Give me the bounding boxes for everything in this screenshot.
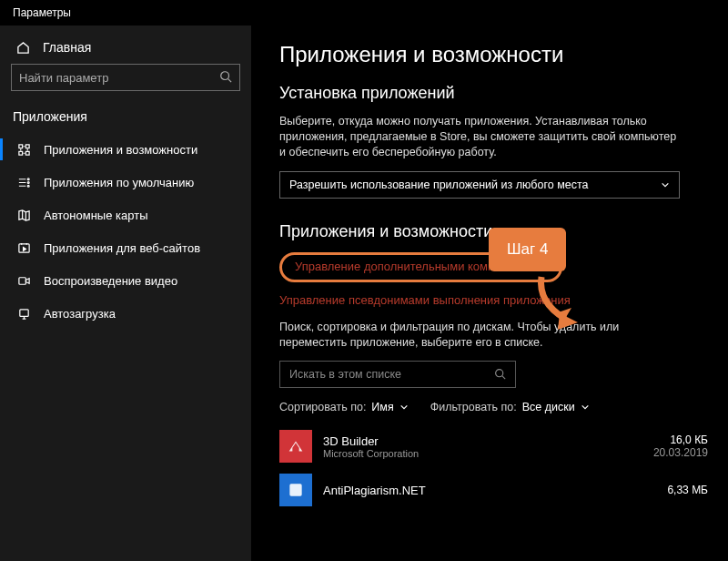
- websites-icon: [16, 240, 31, 255]
- home-icon: [16, 41, 30, 55]
- window-title: Параметры: [13, 6, 71, 19]
- svg-rect-10: [19, 309, 27, 316]
- chevron-down-icon: [581, 403, 590, 412]
- app-list-item[interactable]: AntiPlagiarism.NET 6,33 МБ: [279, 468, 708, 512]
- svg-rect-9: [18, 277, 25, 284]
- sidebar-item-offline-maps[interactable]: Автономные карты: [0, 199, 251, 231]
- app-name: 3D Builder: [323, 434, 642, 448]
- sidebar-item-apps-features[interactable]: Приложения и возможности: [0, 133, 251, 166]
- filter-label: Фильтровать по:: [430, 401, 517, 413]
- app-list-item[interactable]: 3D Builder Microsoft Corporation 16,0 КБ…: [279, 424, 708, 468]
- sort-filter-row: Сортировать по: Имя Фильтровать по: Все …: [279, 401, 708, 413]
- chevron-down-icon: [399, 403, 409, 412]
- sidebar-item-websites[interactable]: Приложения для веб-сайтов: [0, 231, 251, 264]
- app-icon: [279, 474, 312, 506]
- annotation-step-label: Шаг 4: [507, 240, 548, 258]
- search-input[interactable]: Найти параметр: [11, 64, 240, 91]
- svg-rect-2: [25, 144, 29, 148]
- search-icon: [494, 368, 506, 380]
- app-list-search[interactable]: Искать в этом списке: [279, 361, 516, 388]
- home-label: Главная: [43, 40, 91, 55]
- annotation-arrow-icon: [532, 275, 587, 330]
- sidebar: Главная Найти параметр Приложения: [0, 26, 252, 561]
- sidebar-item-label: Приложения и возможности: [44, 143, 197, 157]
- app-size: 6,33 МБ: [667, 484, 708, 496]
- app-size: 16,0 КБ: [653, 434, 708, 446]
- sort-value: Имя: [371, 401, 393, 413]
- video-icon: [16, 273, 31, 288]
- defaults-icon: [16, 175, 31, 189]
- content-area: Приложения и возможности Установка прило…: [252, 26, 728, 561]
- svg-rect-1: [18, 144, 22, 148]
- apps-icon: [16, 142, 31, 157]
- sidebar-item-label: Автозагрузка: [44, 307, 116, 321]
- annotation-callout: Шаг 4: [489, 228, 566, 271]
- app-date: 20.03.2019: [653, 446, 708, 459]
- page-title: Приложения и возможности: [279, 42, 708, 67]
- svg-point-0: [221, 72, 229, 80]
- sidebar-item-label: Приложения для веб-сайтов: [44, 241, 200, 255]
- sidebar-item-video-playback[interactable]: Воспроизведение видео: [0, 264, 251, 297]
- sort-by-button[interactable]: Сортировать по: Имя: [279, 401, 409, 413]
- search-placeholder: Найти параметр: [19, 71, 108, 85]
- sidebar-item-label: Приложения по умолчанию: [44, 176, 194, 189]
- app-icon: [279, 430, 312, 463]
- dropdown-value: Разрешить использование приложений из лю…: [289, 178, 589, 191]
- install-description: Выберите, откуда можно получать приложен…: [279, 114, 680, 160]
- svg-rect-4: [25, 151, 29, 155]
- search-icon: [219, 70, 232, 83]
- svg-point-5: [27, 178, 29, 179]
- window-titlebar: Параметры: [0, 0, 728, 26]
- maps-icon: [16, 208, 31, 222]
- filter-by-button[interactable]: Фильтровать по: Все диски: [430, 401, 590, 413]
- svg-rect-12: [289, 484, 301, 496]
- chevron-down-icon: [661, 180, 670, 189]
- install-source-dropdown[interactable]: Разрешить использование приложений из лю…: [279, 171, 680, 199]
- app-name: AntiPlagiarism.NET: [323, 484, 656, 497]
- install-heading: Установка приложений: [279, 84, 708, 103]
- svg-point-6: [27, 181, 29, 183]
- sort-label: Сортировать по:: [279, 401, 366, 413]
- startup-icon: [16, 306, 31, 321]
- sidebar-item-label: Автономные карты: [44, 209, 148, 222]
- sidebar-item-startup[interactable]: Автозагрузка: [0, 297, 251, 330]
- sidebar-item-label: Воспроизведение видео: [44, 274, 177, 288]
- filter-value: Все диски: [522, 401, 575, 413]
- sidebar-item-default-apps[interactable]: Приложения по умолчанию: [0, 166, 251, 199]
- app-aliases-link[interactable]: Управление псевдонимами выполнения прило…: [279, 293, 708, 307]
- svg-point-11: [496, 370, 503, 377]
- app-publisher: Microsoft Corporation: [323, 448, 642, 459]
- svg-rect-3: [18, 151, 22, 155]
- home-link[interactable]: Главная: [0, 35, 251, 64]
- app-list-search-placeholder: Искать в этом списке: [289, 368, 401, 381]
- sidebar-section-label: Приложения: [0, 104, 251, 133]
- search-description: Поиск, сортировка и фильтрация по дискам…: [279, 320, 680, 351]
- svg-marker-13: [558, 313, 578, 330]
- svg-point-7: [27, 185, 29, 187]
